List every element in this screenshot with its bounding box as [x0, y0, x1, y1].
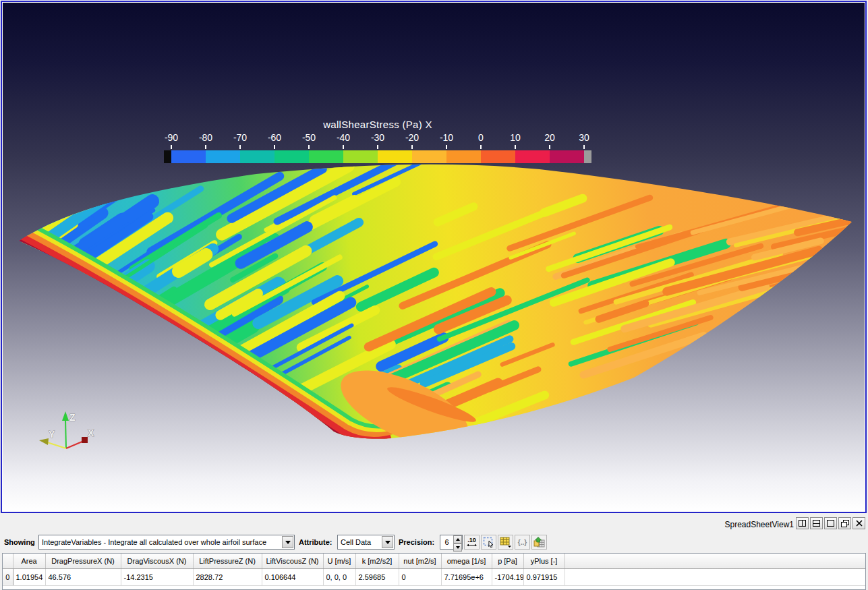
scalar-bar-tick-mark — [549, 145, 550, 149]
column-header[interactable]: Area — [13, 554, 45, 568]
column-header[interactable]: LiftPressureZ (N) — [193, 554, 262, 568]
precision-spinbox[interactable]: 6 — [440, 535, 463, 550]
column-header[interactable]: DragPressureX (N) — [45, 554, 121, 568]
chevron-down-icon — [285, 541, 291, 547]
split-vertical-button[interactable] — [810, 517, 823, 529]
spreadsheet-table[interactable]: Area DragPressureX (N) DragViscousX (N) … — [2, 553, 866, 590]
color-segment — [309, 150, 343, 163]
close-icon — [856, 520, 863, 527]
scalar-bar-tick-label: -40 — [328, 132, 358, 143]
scalar-bar-tick-label: -30 — [363, 132, 393, 143]
x-axis-arrow — [82, 437, 88, 443]
table-cell[interactable]: -1704.19 — [492, 568, 523, 585]
table-cell[interactable]: 1.01954 — [13, 568, 45, 585]
table-row: 0 1.01954 46.576 -14.2315 2828.72 0.1066… — [3, 568, 865, 585]
above-range-swatch — [584, 150, 591, 163]
column-header[interactable]: omega [1/s] — [441, 554, 492, 568]
scalar-bar-tick-label: 0 — [466, 132, 496, 143]
split-horizontal-button[interactable] — [796, 517, 809, 529]
x-axis-label: X — [88, 427, 94, 438]
z-axis-arrow — [62, 411, 69, 421]
scalar-bar-tick-mark — [515, 145, 516, 149]
scalar-bar-swatches — [164, 150, 591, 163]
table-cell[interactable]: 2.59685 — [355, 568, 399, 585]
cell-filler — [565, 568, 865, 585]
y-axis-label: Y — [49, 429, 55, 440]
attribute-label: Attribute: — [299, 537, 332, 547]
row-index-cell[interactable]: 0 — [3, 568, 13, 585]
table-cell[interactable]: 0.971915 — [523, 568, 565, 585]
column-header[interactable]: U [m/s] — [323, 554, 355, 568]
showing-select[interactable]: IntegrateVariables - Integrate all calcu… — [38, 535, 295, 550]
render-viewport[interactable]: wallShearStress (Pa) X -90-80-70-60-50-4… — [3, 3, 865, 511]
precision-spin-buttons — [453, 535, 462, 549]
scalar-bar-tick-label: 20 — [535, 132, 565, 143]
precision-label: Precision: — [399, 537, 434, 547]
export-spreadsheet-button[interactable] — [531, 535, 547, 550]
spin-down-button[interactable] — [453, 543, 462, 552]
airfoil-surface[interactable] — [3, 3, 865, 511]
table-cell[interactable]: -14.2315 — [121, 568, 193, 585]
split-horizontal-icon — [799, 520, 806, 527]
maximize-button[interactable] — [824, 517, 837, 529]
color-segment — [550, 150, 584, 163]
restore-button[interactable] — [838, 517, 851, 529]
toggle-column-visibility-button[interactable] — [498, 535, 513, 550]
scalar-bar-tick-label: -10 — [432, 132, 461, 143]
scalar-bar[interactable]: wallShearStress (Pa) X -90-80-70-60-50-4… — [164, 119, 591, 163]
scalar-bar-tick-mark — [308, 145, 310, 149]
table-header-row: Area DragPressureX (N) DragViscousX (N) … — [3, 554, 865, 568]
header-filler — [565, 554, 865, 568]
scalar-bar-tick-mark — [343, 145, 344, 149]
color-segment — [171, 150, 206, 163]
spreadsheet-view-title: SpreadSheetView1 — [724, 520, 794, 529]
scalar-bar-tick-mark — [446, 145, 447, 149]
svg-text:.10: .10 — [467, 537, 476, 543]
column-header[interactable]: nut [m2/s] — [399, 554, 441, 568]
showing-select-value: IntegrateVariables - Integrate all calcu… — [42, 538, 266, 546]
color-segment — [446, 150, 481, 163]
scalar-bar-tick-mark — [274, 145, 275, 149]
table-cell[interactable]: 46.576 — [45, 568, 121, 585]
y-axis-arrow — [39, 438, 49, 445]
scalar-bar-tick-label: -90 — [156, 132, 186, 143]
toggle-expression-button[interactable]: {..} — [515, 535, 530, 550]
color-segment — [481, 150, 515, 163]
color-segment — [240, 150, 274, 163]
maximize-icon — [827, 520, 834, 527]
table-cell[interactable]: 7.71695e+6 — [441, 568, 492, 585]
attribute-select[interactable]: Cell Data — [337, 535, 395, 550]
showing-label: Showing — [4, 537, 35, 547]
table-cell[interactable]: 0 — [399, 568, 441, 585]
render-view-frame: wallShearStress (Pa) X -90-80-70-60-50-4… — [1, 1, 867, 513]
showing-select-arrow[interactable] — [282, 536, 293, 548]
select-cells-button[interactable] — [481, 535, 496, 550]
scalar-bar-title: wallShearStress (Pa) X — [164, 119, 591, 130]
scalar-bar-tick-mark — [239, 145, 241, 149]
scalar-bar-tick-mark — [583, 145, 585, 149]
column-header[interactable]: yPlus [-] — [523, 554, 565, 568]
spin-up-button[interactable] — [453, 535, 462, 543]
table-cell[interactable]: 0, 0, 0 — [323, 568, 355, 585]
table-cell[interactable]: 0.106644 — [262, 568, 323, 585]
column-header[interactable]: p [Pa] — [492, 554, 523, 568]
column-header[interactable]: LiftViscousZ (N) — [262, 554, 323, 568]
scalar-bar-tick-mark — [205, 145, 206, 149]
table-cell[interactable]: 2828.72 — [193, 568, 262, 585]
axes-triad: Z X Y — [32, 403, 107, 464]
z-axis-label: Z — [69, 412, 76, 423]
corner-header-cell — [3, 554, 13, 568]
scalar-bar-tick-label: 10 — [500, 132, 530, 143]
column-header[interactable]: DragViscousX (N) — [121, 554, 193, 568]
export-spreadsheet-icon — [533, 537, 545, 548]
column-grid-icon — [500, 537, 512, 548]
toggle-fixed-notation-button[interactable]: .10 — [464, 535, 480, 550]
color-segment — [412, 150, 446, 163]
scalar-bar-tick-label: -50 — [294, 132, 324, 143]
scalar-bar-tick-mark — [171, 145, 172, 149]
fixed-notation-icon: .10 — [466, 537, 478, 548]
restore-icon — [841, 520, 849, 527]
column-header[interactable]: k [m2/s2] — [355, 554, 399, 568]
attribute-select-arrow[interactable] — [382, 536, 393, 548]
close-view-button[interactable] — [852, 517, 865, 529]
